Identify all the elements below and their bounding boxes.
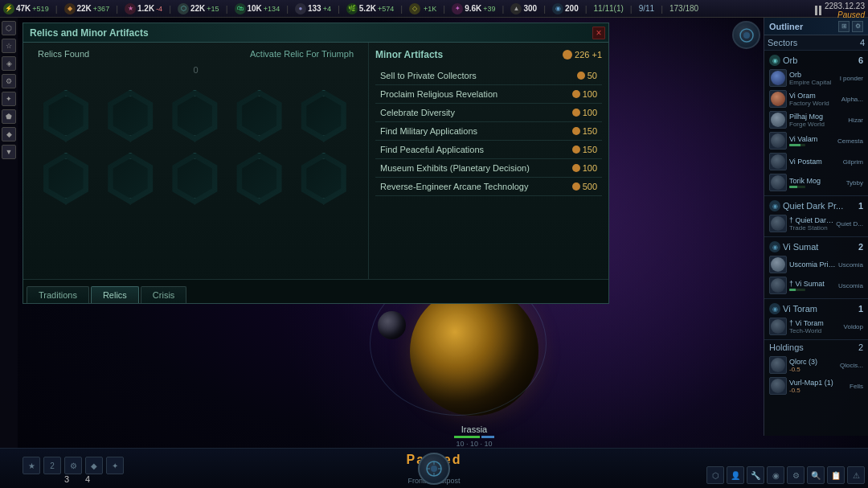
orb-item-pilhaj-mog[interactable]: Pilhaj Mog Forge World Hizar (768, 109, 865, 130)
tr-icon-1[interactable] (732, 21, 760, 49)
left-icon-bar: ⬡ ☆ ◈ ⚙ ✦ ⬟ ◆ ▼ (0, 18, 18, 488)
quiet-dark-name: Quiet Dark Pr... (783, 201, 843, 211)
action-diversity[interactable]: Celebrate Diversity 100 (375, 104, 602, 122)
hex-slot-10 (296, 150, 352, 207)
tab-relics[interactable]: Relics (91, 286, 139, 303)
holding-item-vurl[interactable]: Vurl-Map1 (1) -0.5 Fells (768, 375, 865, 396)
outliner-header: Outliner ⊞ ⚙ (764, 18, 868, 35)
resource-food: 🌿 5.2K +574 (346, 3, 394, 14)
action-museum[interactable]: Museum Exhibits (Planetary Decision) 100 (375, 159, 602, 178)
hex-slot-7 (102, 150, 158, 207)
pause-area: 2283.12.23 Paused (815, 2, 865, 19)
quiet-dark-avatar (769, 215, 787, 232)
dialog-body: Relics Found Activate Relic For Triumph … (23, 43, 608, 279)
orb-item-vi-valam[interactable]: Vi Valam Cemesta (768, 130, 865, 151)
vi-sumat-count: 2 (858, 242, 863, 252)
sectors-section-header[interactable]: Sectors 4 (764, 35, 868, 51)
action-religious[interactable]: Proclaim Religious Revelation 100 (375, 85, 602, 104)
tab-crisis[interactable]: Crisis (141, 286, 187, 303)
bottom-right-btn-8[interactable]: ⚠ (847, 466, 865, 484)
bottom-btn-4[interactable]: ◆ (85, 457, 103, 474)
hex-slot-3 (166, 88, 223, 144)
action-reverse-engineer[interactable]: Reverse-Engineer Arcane Technology 500 (375, 178, 602, 196)
left-icon-4[interactable]: ⚙ (2, 74, 16, 88)
resource-300: ▲ 300 (510, 3, 537, 14)
resource-consumer: 🛍 10K +134 (235, 3, 280, 14)
quiet-dark-item-1[interactable]: † Quiet Dark Pr... Trade Station Quiet D… (768, 213, 865, 234)
hex-slot-2 (102, 88, 158, 144)
relics-found-header: Relics Found Activate Relic For Triumph (30, 49, 362, 59)
resource-unity: ✦ 9.6K +39 (452, 3, 495, 14)
dialog-close-button[interactable]: × (592, 27, 605, 39)
bottom-right-btn-4[interactable]: ◉ (767, 466, 784, 484)
left-icon-2[interactable]: ☆ (2, 39, 16, 53)
vi-sumat-item-2[interactable]: † Vi Sumat Uscomia (768, 275, 865, 296)
bottom-btn-5[interactable]: ✦ (106, 457, 124, 474)
bottom-right-btn-1[interactable]: ⬡ (706, 466, 724, 484)
orb-item-torik-mog[interactable]: Torik Mog Tybby (768, 172, 865, 193)
holding-item-qlorc[interactable]: Qlorc (3) -0.5 Qlocis... (768, 355, 865, 375)
top-right-icons (729, 18, 764, 52)
left-icon-3[interactable]: ◈ (2, 56, 16, 71)
orb-item-vi-postam[interactable]: Vi Postam Gilprim (768, 151, 865, 172)
bottom-center-button[interactable] (418, 453, 450, 485)
sectors-title: Sectors (768, 38, 797, 47)
bottom-right-btn-3[interactable]: 🔧 (747, 466, 764, 484)
orb-section-header[interactable]: ◉ Orb 6 (768, 53, 865, 68)
left-icon-7[interactable]: ◆ (2, 127, 16, 141)
vi-sumat-name: Vi Sumat (783, 242, 818, 252)
holdings-header[interactable]: Holdings 2 (768, 340, 865, 355)
bottom-right-btn-5[interactable]: ⚙ (787, 466, 805, 484)
bottom-right-btn-6[interactable]: 🔍 (807, 466, 825, 484)
orb-item-vi-oram[interactable]: Vi Oram Factory World Alpha... (768, 88, 865, 109)
left-icon-5[interactable]: ✦ (2, 92, 16, 106)
hex-slot-1 (38, 88, 94, 144)
action-peaceful[interactable]: Find Peaceful Applications 150 (375, 141, 602, 159)
artifacts-count: 226 +1 (563, 50, 602, 59)
hexagon-grid (30, 80, 362, 215)
activate-relic-button[interactable]: Activate Relic For Triumph (250, 49, 354, 59)
svg-point-1 (743, 32, 750, 39)
quiet-dark-header[interactable]: ◉ Quiet Dark Pr... 1 (768, 199, 865, 213)
bottom-btn-3[interactable]: ⚙ (64, 457, 82, 474)
resource-sr: ◇ +1K (409, 3, 436, 14)
cost-icon (577, 72, 585, 80)
resource-energy: ⚡ 47K +519 (3, 3, 49, 14)
resource-influence: ★ 1.2K -4 (125, 3, 162, 14)
vi-sumat-item-1[interactable]: Uscomia Prime Uscomia (768, 254, 865, 275)
cost-icon-3 (572, 109, 580, 117)
bottom-bar: ★ 2 ⚙ 3 ◆ 4 ✦ Paused Irass Frontier Outp… (0, 448, 868, 488)
bottom-right-btn-2[interactable]: 👤 (727, 466, 744, 484)
bottom-right-btn-7[interactable]: 📋 (827, 466, 845, 484)
vi-sumat-header[interactable]: ◉ Vi Sumat 2 (768, 240, 865, 254)
outliner-filter-btn[interactable]: ⊞ (838, 21, 850, 32)
resource-planets: 173/180 (669, 4, 698, 13)
vi-toram-name: Vi Toram (783, 304, 817, 314)
resource-misc1: ● 133 +4 (295, 3, 331, 14)
svg-point-3 (431, 465, 437, 472)
bottom-btn-2[interactable]: 2 (43, 457, 61, 474)
left-icon-8[interactable]: ▼ (2, 145, 16, 159)
resource-200: ◉ 200 (552, 3, 579, 14)
action-sell-private[interactable]: Sell to Private Collectors 50 (375, 67, 602, 85)
bottom-btn-1[interactable]: ★ (23, 457, 40, 474)
torik-mog-avatar (769, 174, 787, 191)
holdings-title: Holdings (769, 342, 804, 352)
pause-button[interactable] (815, 6, 821, 15)
tab-traditions[interactable]: Traditions (27, 286, 89, 303)
date-display: 2283.12.23 (825, 2, 865, 10)
left-icon-6[interactable]: ⬟ (2, 109, 16, 124)
vi-toram-header[interactable]: ◉ Vi Toram 1 (768, 301, 865, 316)
vi-postam-avatar (769, 153, 787, 170)
cost-icon-2 (572, 90, 580, 98)
vi-toram-item-1[interactable]: † Vi Toram Tech-World Voldop (768, 316, 865, 337)
left-icon-1[interactable]: ⬡ (2, 21, 16, 35)
orb-item-orb[interactable]: Orb Empire Capital I ponder (768, 68, 865, 88)
action-military[interactable]: Find Military Applications 150 (375, 122, 602, 141)
relics-left-panel: Relics Found Activate Relic For Triumph … (23, 43, 369, 279)
outliner-settings-btn[interactable]: ⚙ (852, 21, 863, 32)
holdings-section: Holdings 2 Qlorc (3) -0.5 Qlocis... Vurl… (764, 340, 868, 399)
vi-sumat-section: ◉ Vi Sumat 2 Uscomia Prime Uscomia † Vi … (764, 237, 868, 299)
outliner-title: Outliner (769, 22, 803, 31)
uscomia-prime-avatar (769, 256, 787, 273)
